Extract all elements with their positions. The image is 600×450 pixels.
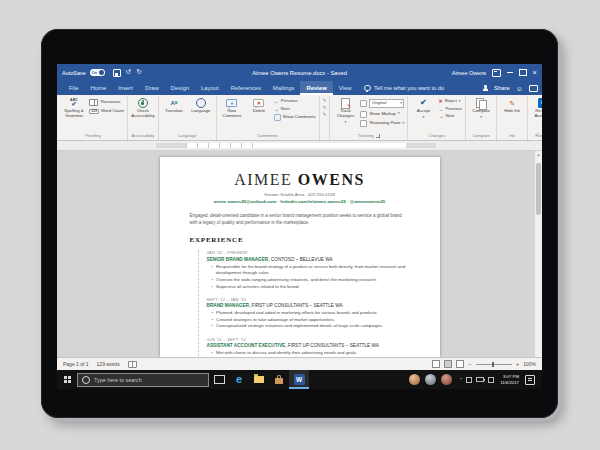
people-avatar[interactable]	[425, 374, 436, 385]
collapse-ribbon-icon[interactable]: ˆ	[537, 133, 539, 138]
zoom-out-icon[interactable]: −	[468, 361, 472, 367]
compare-button[interactable]: Compare ▾	[469, 97, 493, 119]
horizontal-ruler	[57, 141, 542, 151]
ribbon-tab[interactable]: Home	[85, 81, 113, 95]
eraser-icon[interactable]: ✎	[323, 113, 327, 118]
ribbon-tab[interactable]: File	[63, 81, 85, 95]
resume-assistant-button[interactable]: in Resume Assistant	[531, 97, 542, 119]
hidden-icons-caret[interactable]: ˆ	[460, 377, 462, 383]
new-comment-button[interactable]: + New Comment	[220, 97, 244, 119]
accept-icon: ✔	[420, 98, 427, 108]
job-entry: SEPT '12 – JAN '16 BRAND MANAGER, FIRST …	[207, 297, 410, 330]
ribbon-tab[interactable]: Insert	[112, 81, 139, 95]
edge-taskbar-icon[interactable]: e	[229, 370, 249, 389]
job-dates: SEPT '12 – JAN '16	[207, 297, 410, 302]
undo-icon[interactable]: ↺	[126, 69, 131, 76]
vertical-scrollbar[interactable]: ▲	[534, 151, 542, 357]
spelling-grammar-button[interactable]: ABC✔ Spelling & Grammar	[62, 97, 86, 119]
track-changes-button[interactable]: ✎ Track Changes ▾	[333, 97, 357, 124]
taskbar-clock[interactable]: 3:07 PM 11/6/2017	[500, 374, 519, 385]
translate-icon: Aa	[170, 98, 177, 108]
language-group: Aa Translate Language Language	[159, 96, 217, 140]
reviewing-pane-button[interactable]: Reviewing Pane▾	[360, 120, 404, 127]
ribbon-tab[interactable]: Design	[165, 81, 195, 95]
redo-icon[interactable]: ↻	[136, 69, 141, 76]
display-for-review-select[interactable]: Original▾	[360, 99, 404, 108]
save-icon[interactable]	[113, 69, 121, 77]
autosave-toggle[interactable]: On	[90, 69, 105, 76]
tracking-dialog-launcher-icon[interactable]	[376, 134, 381, 139]
close-button[interactable]: ×	[533, 69, 537, 77]
action-center-icon[interactable]	[525, 375, 535, 385]
system-tray: ˆ	[460, 377, 494, 383]
page-indicator[interactable]: Page 1 of 1	[63, 361, 89, 367]
ribbon-tab[interactable]: Mailings	[267, 81, 301, 95]
windows-taskbar: Type here to search e W ˆ 3:07 PM 11/6/2…	[57, 370, 542, 389]
network-icon[interactable]	[488, 377, 494, 383]
ribbon-tab[interactable]: Review	[300, 81, 332, 95]
read-mode-icon[interactable]	[432, 360, 440, 368]
zoom-slider[interactable]	[476, 364, 512, 365]
ink-group: ✎ Hide Ink Ink	[497, 96, 528, 140]
translate-button[interactable]: Aa Translate	[162, 97, 186, 114]
accessibility-group: Check Accessibility Accessibility	[128, 96, 159, 140]
delete-comment-button[interactable]: ✕ Delete	[247, 97, 271, 114]
file-explorer-taskbar-icon[interactable]	[249, 370, 269, 389]
check-accessibility-button[interactable]: Check Accessibility	[131, 97, 155, 119]
language-button[interactable]: Language	[189, 97, 213, 114]
pen-icon[interactable]: ✎	[323, 99, 327, 104]
previous-change-button[interactable]: ←Previous	[438, 107, 462, 112]
store-taskbar-icon[interactable]	[269, 370, 289, 389]
previous-icon: ←	[274, 99, 279, 104]
hide-ink-button[interactable]: ✎ Hide Ink	[500, 97, 524, 114]
ribbon-tab[interactable]: Layout	[195, 81, 225, 95]
tell-me-box[interactable]: Tell me what you want to do	[364, 81, 444, 95]
qat-dropdown-icon[interactable]: ▾	[147, 71, 149, 75]
job-entry: JUN '11 – SEPT '12 ASSISTANT ACCOUNT EXE…	[207, 337, 410, 358]
next-change-button[interactable]: →Next	[438, 114, 462, 119]
print-layout-icon[interactable]	[444, 360, 452, 368]
job-dates: JAN '16 – PRESENT	[207, 250, 410, 255]
previous-comment-button[interactable]: ←Previous	[274, 99, 316, 104]
proofing-status-icon[interactable]	[128, 361, 137, 368]
signed-in-user[interactable]: Aimee Owens	[452, 70, 486, 76]
experience-heading: EXPERIENCE	[190, 236, 410, 244]
ribbon-tab[interactable]: View	[333, 81, 358, 95]
task-view-button[interactable]	[209, 370, 229, 389]
minimize-button[interactable]	[507, 72, 513, 73]
start-button[interactable]	[57, 370, 77, 389]
feedback-smiley-icon[interactable]: ☺	[516, 85, 523, 92]
accessibility-icon	[138, 98, 148, 108]
ribbon-tab[interactable]: Draw	[139, 81, 165, 95]
ribbon-tab[interactable]: References	[225, 81, 267, 95]
thesaurus-button[interactable]: Thesaurus	[89, 99, 124, 106]
word-count-indicator[interactable]: 129 words	[97, 361, 120, 367]
next-comment-button[interactable]: →Next	[274, 107, 316, 112]
cortana-icon	[82, 376, 90, 384]
maximize-button[interactable]	[519, 69, 527, 77]
comments-bubble-icon[interactable]	[529, 85, 538, 92]
share-person-icon	[483, 85, 488, 91]
taskbar-search[interactable]: Type here to search	[77, 373, 209, 387]
zoom-level[interactable]: 100%	[523, 361, 536, 367]
people-avatar[interactable]	[441, 374, 452, 385]
resume-bullet: Met with clients to discuss and identify…	[207, 350, 410, 357]
share-button[interactable]: Share	[494, 85, 510, 91]
zoom-in-icon[interactable]: +	[516, 361, 520, 367]
pen-tray-icon[interactable]	[466, 377, 472, 383]
people-avatar[interactable]	[409, 374, 420, 385]
accept-button[interactable]: ✔ Accept ▾	[411, 97, 435, 119]
web-layout-icon[interactable]	[456, 360, 464, 368]
battery-icon[interactable]	[476, 377, 484, 383]
job-org: CONTOSO – BELLEVUE WA	[271, 257, 333, 262]
scrollbar-thumb[interactable]	[536, 163, 541, 215]
ribbon-display-options-icon[interactable]	[492, 69, 501, 77]
reject-button[interactable]: ✕Reject▾	[438, 99, 462, 104]
word-count-button[interactable]: 123Word Count	[89, 109, 124, 115]
resume-page[interactable]: AIMEE OWENS Greater Seattle Area · 425 5…	[160, 157, 440, 357]
highlighter-icon[interactable]: ✎	[323, 106, 327, 111]
toggle-knob-icon	[99, 70, 104, 75]
show-markup-button[interactable]: Show Markup▾	[360, 111, 404, 118]
show-comments-button[interactable]: Show Comments	[274, 114, 316, 121]
word-taskbar-icon[interactable]: W	[289, 370, 309, 389]
